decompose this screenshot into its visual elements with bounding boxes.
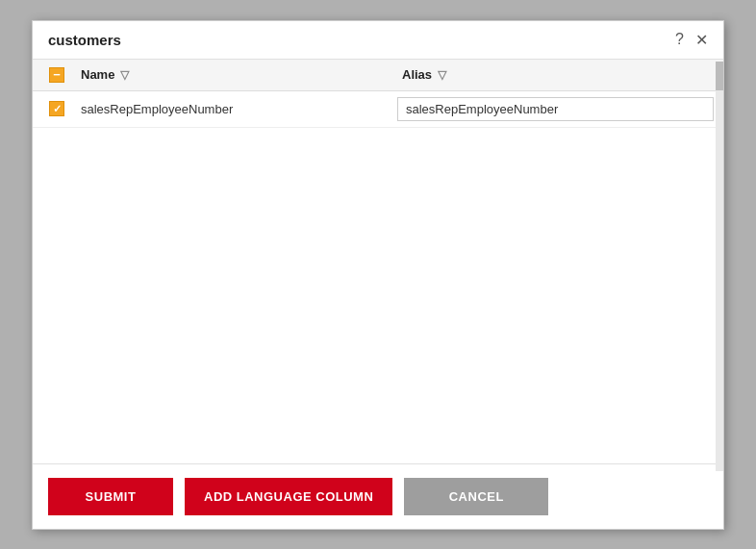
name-column-header: Name ▽ — [81, 67, 402, 82]
add-language-column-button[interactable]: ADD LANGUAGE COLUMN — [185, 478, 392, 515]
dialog-header: customers ? ✕ — [33, 21, 723, 60]
dialog-body: Name ▽ Alias ▽ salesRepEmployeeNumber — [33, 60, 723, 463]
scrollbar-thumb[interactable] — [716, 62, 723, 90]
row-name: salesRepEmployeeNumber — [81, 102, 397, 116]
name-filter-icon[interactable]: ▽ — [120, 68, 129, 82]
table-row: salesRepEmployeeNumber — [33, 91, 723, 128]
row-check-col — [33, 101, 81, 116]
table-header: Name ▽ Alias ▽ — [33, 60, 723, 91]
alias-label: Alias — [402, 67, 432, 82]
cancel-button[interactable]: CANCEL — [404, 478, 548, 515]
name-label: Name — [81, 67, 114, 82]
scrollbar-track — [716, 62, 723, 471]
dialog-title: customers — [48, 32, 121, 48]
header-check-col — [33, 67, 81, 83]
select-all-checkbox[interactable] — [49, 67, 64, 83]
header-icons: ? ✕ — [675, 31, 708, 49]
alias-filter-icon[interactable]: ▽ — [438, 68, 446, 82]
close-icon[interactable]: ✕ — [695, 31, 708, 49]
table-container: Name ▽ Alias ▽ salesRepEmployeeNumber — [33, 60, 723, 128]
row-alias-col — [397, 97, 723, 121]
dialog: customers ? ✕ Name ▽ Alias ▽ — [32, 20, 724, 530]
submit-button[interactable]: SUBMIT — [48, 478, 173, 515]
row-checkbox[interactable] — [49, 101, 64, 116]
alias-input[interactable] — [397, 97, 714, 121]
dialog-footer: SUBMIT ADD LANGUAGE COLUMN CANCEL — [33, 463, 723, 529]
help-icon[interactable]: ? — [675, 31, 684, 48]
alias-column-header: Alias ▽ — [402, 67, 723, 82]
